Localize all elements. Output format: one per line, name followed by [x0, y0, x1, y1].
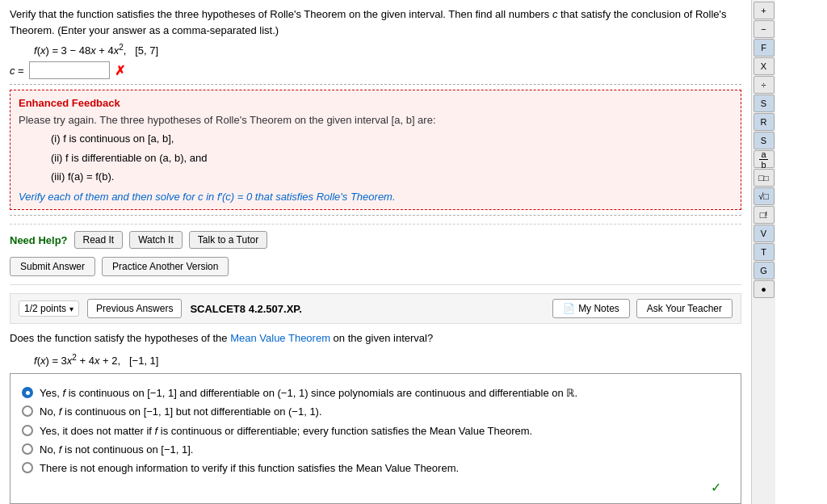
- toolbar-superscript[interactable]: □□: [754, 169, 775, 187]
- hyp3: (iii) f(a) = f(b).: [51, 167, 733, 186]
- problem1-section: Verify that the function satisfies the t…: [10, 6, 741, 285]
- option-text-3: Yes, it does not matter if f is continuo…: [40, 424, 532, 439]
- problem2-header: 1/2 points ▾ Previous Answers SCALCET8 4…: [10, 293, 741, 324]
- radio-3[interactable]: [22, 425, 33, 436]
- need-help-label: Need Help?: [10, 234, 68, 246]
- action-row-1: Submit Answer Practice Another Version: [10, 257, 741, 285]
- c-input-1[interactable]: [29, 61, 110, 79]
- option-row-3[interactable]: Yes, it does not matter if f is continuo…: [22, 424, 729, 439]
- option-text-4: No, f is not continuous on [−1, 1].: [40, 443, 193, 457]
- radio-4[interactable]: [22, 443, 33, 455]
- divider-2: [10, 215, 741, 216]
- toolbar-nthroot[interactable]: □!: [754, 206, 775, 224]
- my-notes-button[interactable]: 📄 My Notes: [552, 299, 630, 318]
- error-icon-1: ✗: [115, 63, 125, 78]
- toolbar-V[interactable]: V: [754, 225, 775, 242]
- points-dropdown-icon[interactable]: ▾: [69, 304, 73, 313]
- verify-text: Verify each of them and then solve for c…: [19, 191, 733, 203]
- option-row-1[interactable]: Yes, f is continuous on [−1, 1] and diff…: [22, 386, 729, 401]
- problem2-function: f(x) = 3x2 + 4x + 2, [−1, 1]: [34, 353, 741, 367]
- toolbar-circle[interactable]: ●: [754, 280, 775, 298]
- header-right: 📄 My Notes Ask Your Teacher: [552, 299, 733, 318]
- right-toolbar: + − F X ÷ S R S ab □□ √□ □! V T G ●: [751, 0, 775, 504]
- toolbar-R[interactable]: R: [754, 113, 775, 131]
- watch-it-button[interactable]: Watch It: [129, 231, 183, 249]
- divider-1: [10, 84, 741, 85]
- toolbar-fraction[interactable]: ab: [754, 150, 775, 168]
- radio-5[interactable]: [22, 462, 33, 473]
- header-left: 1/2 points ▾ Previous Answers SCALCET8 4…: [19, 299, 302, 318]
- question-text-2: Does the function satisfy the hypotheses…: [10, 330, 741, 346]
- toolbar-X[interactable]: X: [754, 57, 775, 75]
- problem2-section: Does the function satisfy the hypotheses…: [10, 330, 741, 504]
- option-row-2[interactable]: No, f is continuous on [−1, 1] but not d…: [22, 405, 729, 419]
- option-text-1: Yes, f is continuous on [−1, 1] and diff…: [40, 386, 577, 401]
- toolbar-minus[interactable]: −: [754, 20, 775, 38]
- toolbar-plus[interactable]: +: [754, 2, 775, 19]
- toolbar-div[interactable]: ÷: [754, 76, 775, 94]
- toolbar-T[interactable]: T: [754, 243, 775, 261]
- feedback-text-1: Please try again. The three hypotheses o…: [19, 112, 733, 129]
- hyp1: (i) f is continuous on [a, b],: [51, 129, 733, 148]
- mvt-link: Mean Value Theorem: [230, 332, 330, 344]
- check-icon: ✓: [711, 480, 721, 495]
- option-row-5[interactable]: There is not enough information to verif…: [22, 461, 729, 476]
- problem-id: SCALCET8 4.2.507.XP.: [190, 303, 302, 315]
- points-value: 1/2 points: [24, 303, 66, 314]
- option-text-5: There is not enough information to verif…: [40, 461, 459, 476]
- hyp2: (ii) f is differentiable on (a, b), and: [51, 149, 733, 167]
- previous-answers-button[interactable]: Previous Answers: [87, 299, 182, 318]
- read-it-button[interactable]: Read It: [74, 231, 124, 249]
- feedback-title-1: Enhanced Feedback: [19, 97, 733, 109]
- points-badge: 1/2 points ▾: [19, 300, 79, 317]
- problem1-instruction: Verify that the function satisfies the t…: [10, 6, 741, 38]
- talk-tutor-button[interactable]: Talk to a Tutor: [189, 231, 267, 249]
- options-box: Yes, f is continuous on [−1, 1] and diff…: [10, 373, 741, 504]
- toolbar-S1[interactable]: S: [754, 94, 775, 112]
- hypotheses-list: (i) f is continuous on [a, b], (ii) f is…: [51, 129, 733, 186]
- radio-1[interactable]: [22, 387, 33, 398]
- submit-answer-button[interactable]: Submit Answer: [10, 257, 95, 276]
- option-row-4[interactable]: No, f is not continuous on [−1, 1].: [22, 443, 729, 457]
- c-label-1: c =: [10, 65, 24, 77]
- radio-2[interactable]: [22, 405, 33, 417]
- toolbar-S2[interactable]: S: [754, 132, 775, 149]
- feedback-box-1: Enhanced Feedback Please try again. The …: [10, 90, 741, 210]
- toolbar-F[interactable]: F: [754, 39, 775, 57]
- toolbar-G[interactable]: G: [754, 262, 775, 279]
- problem1-function: f(x) = 3 − 48x + 4x2, [5, 7]: [34, 43, 741, 57]
- notes-icon: 📄: [563, 303, 575, 314]
- options-check-area: ✓: [22, 480, 729, 495]
- option-text-2: No, f is continuous on [−1, 1] but not d…: [40, 405, 322, 419]
- toolbar-sqrt[interactable]: √□: [754, 187, 775, 205]
- ask-teacher-button[interactable]: Ask Your Teacher: [636, 299, 733, 318]
- need-help-row: Need Help? Read It Watch It Talk to a Tu…: [10, 224, 741, 249]
- practice-version-button[interactable]: Practice Another Version: [102, 257, 229, 276]
